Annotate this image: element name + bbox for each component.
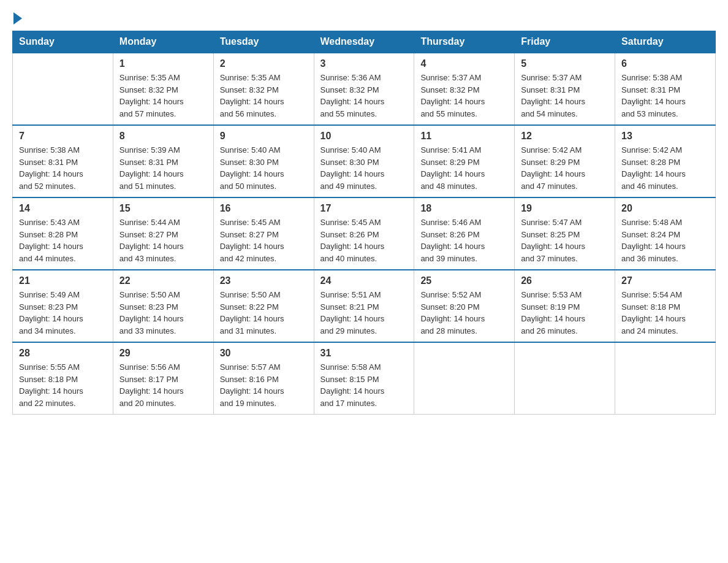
day-info: Sunrise: 5:36 AMSunset: 8:32 PMDaylight:…: [320, 72, 408, 120]
day-info: Sunrise: 5:45 AMSunset: 8:27 PMDaylight:…: [220, 216, 308, 264]
calendar-cell: 6Sunrise: 5:38 AMSunset: 8:31 PMDaylight…: [615, 53, 716, 125]
calendar-cell: 4Sunrise: 5:37 AMSunset: 8:32 PMDaylight…: [414, 53, 515, 125]
calendar-cell: 26Sunrise: 5:53 AMSunset: 8:19 PMDayligh…: [515, 270, 615, 342]
column-header-tuesday: Tuesday: [213, 31, 314, 53]
calendar-cell: [515, 342, 615, 415]
day-number: 8: [119, 131, 207, 142]
day-number: 16: [220, 203, 308, 214]
calendar-cell: 12Sunrise: 5:42 AMSunset: 8:29 PMDayligh…: [515, 125, 615, 197]
day-number: 29: [119, 348, 207, 359]
calendar-cell: 9Sunrise: 5:40 AMSunset: 8:30 PMDaylight…: [213, 125, 314, 197]
day-info: Sunrise: 5:58 AMSunset: 8:15 PMDaylight:…: [320, 361, 408, 409]
day-info: Sunrise: 5:37 AMSunset: 8:32 PMDaylight:…: [420, 72, 508, 120]
day-number: 13: [621, 131, 709, 142]
column-header-friday: Friday: [515, 31, 615, 53]
day-number: 14: [19, 203, 107, 214]
day-number: 27: [621, 275, 709, 286]
week-row-4: 21Sunrise: 5:49 AMSunset: 8:23 PMDayligh…: [13, 270, 716, 342]
column-header-monday: Monday: [113, 31, 213, 53]
day-info: Sunrise: 5:50 AMSunset: 8:23 PMDaylight:…: [119, 289, 207, 337]
day-info: Sunrise: 5:53 AMSunset: 8:19 PMDaylight:…: [521, 289, 609, 337]
day-info: Sunrise: 5:56 AMSunset: 8:17 PMDaylight:…: [119, 361, 207, 409]
day-number: 22: [119, 275, 207, 286]
day-number: 30: [220, 348, 308, 359]
day-info: Sunrise: 5:39 AMSunset: 8:31 PMDaylight:…: [119, 144, 207, 192]
day-info: Sunrise: 5:51 AMSunset: 8:21 PMDaylight:…: [320, 289, 408, 337]
day-info: Sunrise: 5:38 AMSunset: 8:31 PMDaylight:…: [19, 144, 107, 192]
day-info: Sunrise: 5:42 AMSunset: 8:28 PMDaylight:…: [621, 144, 709, 192]
day-number: 1: [119, 58, 207, 69]
day-number: 10: [320, 131, 408, 142]
calendar-cell: 28Sunrise: 5:55 AMSunset: 8:18 PMDayligh…: [13, 342, 113, 415]
calendar-cell: 20Sunrise: 5:48 AMSunset: 8:24 PMDayligh…: [615, 197, 716, 270]
calendar-cell: 5Sunrise: 5:37 AMSunset: 8:31 PMDaylight…: [515, 53, 615, 125]
day-info: Sunrise: 5:57 AMSunset: 8:16 PMDaylight:…: [220, 361, 308, 409]
day-number: 2: [220, 58, 308, 69]
day-number: 20: [621, 203, 709, 214]
day-info: Sunrise: 5:41 AMSunset: 8:29 PMDaylight:…: [420, 144, 508, 192]
day-number: 6: [621, 58, 709, 69]
day-number: 17: [320, 203, 408, 214]
logo: [12, 12, 23, 25]
day-info: Sunrise: 5:55 AMSunset: 8:18 PMDaylight:…: [19, 361, 107, 409]
week-row-1: 1Sunrise: 5:35 AMSunset: 8:32 PMDaylight…: [13, 53, 716, 125]
day-number: 18: [420, 203, 508, 214]
column-header-thursday: Thursday: [414, 31, 515, 53]
day-info: Sunrise: 5:52 AMSunset: 8:20 PMDaylight:…: [420, 289, 508, 337]
day-number: 26: [521, 275, 609, 286]
calendar-cell: 11Sunrise: 5:41 AMSunset: 8:29 PMDayligh…: [414, 125, 515, 197]
calendar-cell: 10Sunrise: 5:40 AMSunset: 8:30 PMDayligh…: [314, 125, 414, 197]
day-number: 24: [320, 275, 408, 286]
calendar-cell: 21Sunrise: 5:49 AMSunset: 8:23 PMDayligh…: [13, 270, 113, 342]
day-info: Sunrise: 5:48 AMSunset: 8:24 PMDaylight:…: [621, 216, 709, 264]
column-header-sunday: Sunday: [13, 31, 113, 53]
day-info: Sunrise: 5:37 AMSunset: 8:31 PMDaylight:…: [521, 72, 609, 120]
day-info: Sunrise: 5:35 AMSunset: 8:32 PMDaylight:…: [220, 72, 308, 120]
calendar-cell: [414, 342, 515, 415]
week-row-5: 28Sunrise: 5:55 AMSunset: 8:18 PMDayligh…: [13, 342, 716, 415]
day-number: 12: [521, 131, 609, 142]
day-number: 11: [420, 131, 508, 142]
week-row-3: 14Sunrise: 5:43 AMSunset: 8:28 PMDayligh…: [13, 197, 716, 270]
day-number: 9: [220, 131, 308, 142]
calendar-cell: 29Sunrise: 5:56 AMSunset: 8:17 PMDayligh…: [113, 342, 213, 415]
day-info: Sunrise: 5:42 AMSunset: 8:29 PMDaylight:…: [521, 144, 609, 192]
day-info: Sunrise: 5:50 AMSunset: 8:22 PMDaylight:…: [220, 289, 308, 337]
calendar-cell: 22Sunrise: 5:50 AMSunset: 8:23 PMDayligh…: [113, 270, 213, 342]
calendar-cell: 7Sunrise: 5:38 AMSunset: 8:31 PMDaylight…: [13, 125, 113, 197]
day-info: Sunrise: 5:54 AMSunset: 8:18 PMDaylight:…: [621, 289, 709, 337]
calendar-cell: 19Sunrise: 5:47 AMSunset: 8:25 PMDayligh…: [515, 197, 615, 270]
calendar-cell: 14Sunrise: 5:43 AMSunset: 8:28 PMDayligh…: [13, 197, 113, 270]
calendar-cell: [615, 342, 716, 415]
logo-arrow-icon: [13, 12, 22, 25]
day-number: 5: [521, 58, 609, 69]
calendar-cell: 2Sunrise: 5:35 AMSunset: 8:32 PMDaylight…: [213, 53, 314, 125]
page-header: [12, 12, 716, 25]
day-info: Sunrise: 5:43 AMSunset: 8:28 PMDaylight:…: [19, 216, 107, 264]
calendar-cell: 3Sunrise: 5:36 AMSunset: 8:32 PMDaylight…: [314, 53, 414, 125]
day-number: 31: [320, 348, 408, 359]
day-number: 19: [521, 203, 609, 214]
calendar-cell: 24Sunrise: 5:51 AMSunset: 8:21 PMDayligh…: [314, 270, 414, 342]
day-number: 23: [220, 275, 308, 286]
day-info: Sunrise: 5:40 AMSunset: 8:30 PMDaylight:…: [320, 144, 408, 192]
day-info: Sunrise: 5:46 AMSunset: 8:26 PMDaylight:…: [420, 216, 508, 264]
week-row-2: 7Sunrise: 5:38 AMSunset: 8:31 PMDaylight…: [13, 125, 716, 197]
day-number: 3: [320, 58, 408, 69]
day-number: 7: [19, 131, 107, 142]
day-info: Sunrise: 5:35 AMSunset: 8:32 PMDaylight:…: [119, 72, 207, 120]
calendar-cell: 25Sunrise: 5:52 AMSunset: 8:20 PMDayligh…: [414, 270, 515, 342]
day-number: 25: [420, 275, 508, 286]
calendar-header-row: SundayMondayTuesdayWednesdayThursdayFrid…: [13, 31, 716, 53]
day-number: 15: [119, 203, 207, 214]
calendar-cell: 31Sunrise: 5:58 AMSunset: 8:15 PMDayligh…: [314, 342, 414, 415]
calendar-cell: 15Sunrise: 5:44 AMSunset: 8:27 PMDayligh…: [113, 197, 213, 270]
calendar-cell: 18Sunrise: 5:46 AMSunset: 8:26 PMDayligh…: [414, 197, 515, 270]
calendar-table: SundayMondayTuesdayWednesdayThursdayFrid…: [12, 31, 716, 415]
day-number: 4: [420, 58, 508, 69]
column-header-wednesday: Wednesday: [314, 31, 414, 53]
day-number: 28: [19, 348, 107, 359]
calendar-cell: 8Sunrise: 5:39 AMSunset: 8:31 PMDaylight…: [113, 125, 213, 197]
calendar-cell: 16Sunrise: 5:45 AMSunset: 8:27 PMDayligh…: [213, 197, 314, 270]
day-info: Sunrise: 5:45 AMSunset: 8:26 PMDaylight:…: [320, 216, 408, 264]
